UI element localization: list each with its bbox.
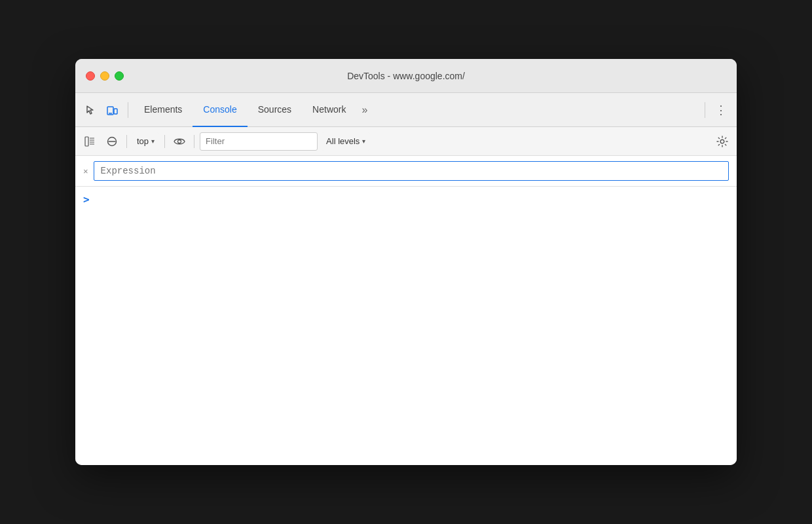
svg-rect-1 [114, 109, 117, 114]
svg-point-11 [720, 140, 724, 143]
close-expression-button[interactable]: × [83, 167, 88, 176]
svg-rect-3 [85, 137, 88, 146]
live-expression-button[interactable] [170, 132, 189, 151]
show-console-sidebar-button[interactable] [81, 132, 99, 151]
tab-divider-right [705, 102, 705, 118]
tab-divider [128, 102, 128, 118]
tab-network[interactable]: Network [302, 93, 356, 127]
window-title: DevTools - www.google.com/ [347, 71, 465, 81]
filter-input[interactable] [206, 136, 312, 146]
console-settings-button[interactable] [713, 132, 731, 151]
tab-elements[interactable]: Elements [134, 93, 193, 127]
expression-input[interactable] [101, 166, 722, 176]
tabs-bar: Elements Console Sources Network » ⋮ [75, 93, 737, 127]
devtools-window: DevTools - www.google.com/ Elements Cons… [75, 59, 737, 465]
console-output: > [75, 187, 737, 465]
clear-console-button[interactable] [103, 132, 121, 151]
inspect-element-icon[interactable] [81, 100, 101, 121]
tabs-more-button[interactable]: » [356, 93, 373, 127]
minimize-button[interactable] [100, 71, 109, 81]
maximize-button[interactable] [115, 71, 124, 81]
toolbar-divider-2 [164, 135, 165, 148]
console-prompt-symbol[interactable]: > [83, 193, 90, 206]
devtools-menu-button[interactable]: ⋮ [710, 100, 731, 121]
toolbar-divider [126, 135, 127, 148]
tab-console[interactable]: Console [193, 93, 247, 127]
expression-input-container [94, 161, 729, 181]
context-selector[interactable]: top ▾ [132, 132, 159, 151]
device-toolbar-icon[interactable] [101, 100, 122, 121]
tab-sources[interactable]: Sources [248, 93, 302, 127]
console-prompt-line: > [75, 189, 737, 210]
traffic-lights [86, 71, 124, 81]
filter-input-wrapper [200, 132, 318, 151]
log-levels-selector[interactable]: All levels ▾ [322, 132, 370, 151]
title-bar: DevTools - www.google.com/ [75, 59, 737, 93]
console-toolbar: top ▾ All levels ▾ [75, 127, 737, 156]
close-button[interactable] [86, 71, 95, 81]
svg-point-10 [178, 140, 181, 143]
live-expression-area: × [75, 156, 737, 187]
toolbar-divider-3 [194, 135, 194, 148]
